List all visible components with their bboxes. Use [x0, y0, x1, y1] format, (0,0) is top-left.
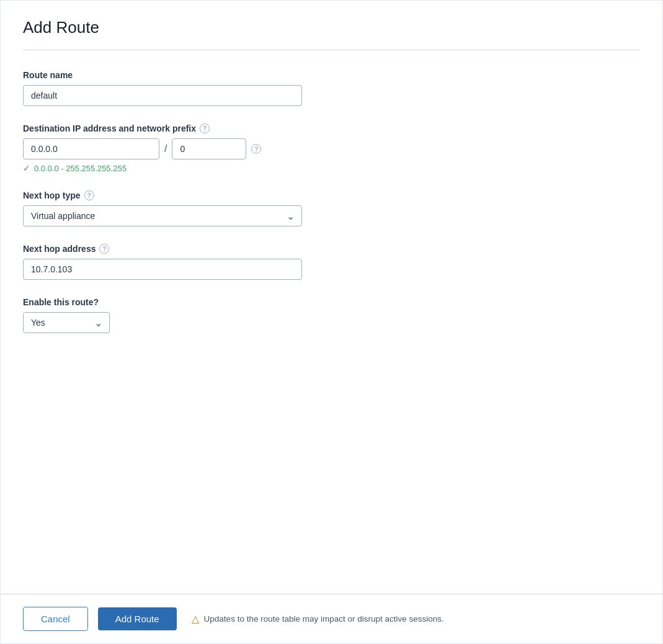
footer: Cancel Add Route △ Updates to the route … — [1, 594, 662, 643]
next-hop-type-label: Next hop type ? — [23, 190, 640, 200]
warning-message: △ Updates to the route table may impact … — [192, 613, 444, 625]
cancel-button[interactable]: Cancel — [23, 607, 88, 631]
slash-separator: / — [164, 143, 167, 154]
warning-text: Updates to the route table may impact or… — [204, 614, 444, 624]
next-hop-address-label: Next hop address ? — [23, 244, 640, 254]
page-container: Add Route Route name Destination IP addr… — [0, 0, 663, 644]
enable-route-label: Enable this route? — [23, 297, 640, 307]
warning-icon: △ — [192, 613, 199, 625]
next-hop-type-group: Next hop type ? Virtual appliance Intern… — [23, 190, 640, 226]
next-hop-type-select[interactable]: Virtual appliance Internet VNet gateway … — [23, 205, 302, 226]
destination-ip-label: Destination IP address and network prefi… — [23, 123, 640, 133]
next-hop-type-help-icon[interactable]: ? — [84, 190, 94, 200]
ip-address-input[interactable] — [23, 138, 159, 159]
route-name-group: Route name — [23, 70, 640, 106]
enable-route-select-wrapper: Yes No ⌄ — [23, 312, 110, 333]
prefix-help-icon[interactable]: ? — [251, 144, 261, 154]
next-hop-address-help-icon[interactable]: ? — [99, 244, 109, 254]
next-hop-address-input[interactable] — [23, 259, 302, 280]
destination-ip-help-icon[interactable]: ? — [200, 123, 210, 133]
destination-ip-group: Destination IP address and network prefi… — [23, 123, 640, 173]
next-hop-type-select-wrapper: Virtual appliance Internet VNet gateway … — [23, 205, 302, 226]
validation-text: 0.0.0.0 - 255.255.255.255 — [34, 164, 127, 173]
route-name-label: Route name — [23, 70, 640, 80]
ip-prefix-row: / ? — [23, 138, 640, 159]
validation-message: ✓ 0.0.0.0 - 255.255.255.255 — [23, 163, 640, 173]
route-name-input[interactable] — [23, 85, 302, 106]
main-content: Add Route Route name Destination IP addr… — [1, 1, 662, 594]
prefix-input[interactable] — [172, 138, 246, 159]
next-hop-address-group: Next hop address ? — [23, 244, 640, 280]
divider — [23, 50, 640, 50]
add-route-button[interactable]: Add Route — [98, 607, 177, 630]
enable-route-group: Enable this route? Yes No ⌄ — [23, 297, 640, 333]
page-title: Add Route — [23, 18, 640, 37]
enable-route-select[interactable]: Yes No — [23, 312, 110, 333]
check-icon: ✓ — [23, 163, 30, 173]
